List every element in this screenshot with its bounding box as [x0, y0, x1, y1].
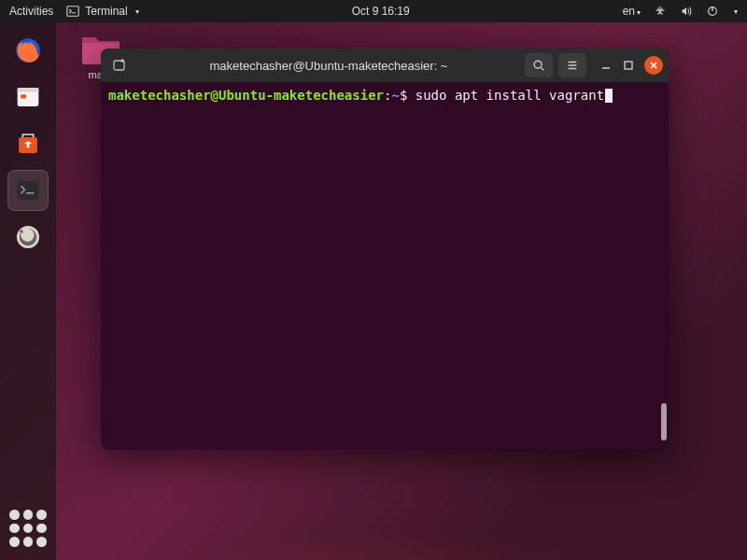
- app-menu[interactable]: Terminal ▾: [66, 5, 138, 18]
- hamburger-menu-button[interactable]: [558, 53, 586, 77]
- window-controls: [599, 56, 663, 75]
- cursor: [605, 89, 613, 103]
- svg-point-11: [534, 61, 542, 68]
- terminal-titlebar[interactable]: maketechasher@Ubuntu-maketecheasier: ~: [101, 49, 669, 82]
- prompt-user: maketechasher@Ubuntu-maketecheasier: [108, 88, 384, 103]
- svg-rect-8: [18, 181, 39, 200]
- new-tab-icon: [112, 58, 127, 73]
- window-title: maketechasher@Ubuntu-maketecheasier: ~: [138, 59, 519, 73]
- dock-item-firefox[interactable]: [7, 30, 49, 71]
- hamburger-icon: [566, 59, 579, 72]
- terminal-icon: [12, 175, 44, 206]
- dock-item-terminal[interactable]: [7, 170, 49, 211]
- terminal-body[interactable]: maketechasher@Ubuntu-maketecheasier:~$ s…: [101, 82, 669, 450]
- close-button[interactable]: [644, 56, 663, 75]
- new-tab-button[interactable]: [106, 52, 133, 78]
- dock-item-updater[interactable]: [7, 217, 49, 258]
- minimize-button[interactable]: [599, 59, 613, 72]
- close-icon: [649, 61, 658, 70]
- input-language[interactable]: en▾: [623, 5, 641, 18]
- maximize-icon: [623, 60, 634, 71]
- clock[interactable]: Oct 9 16:19: [139, 5, 623, 18]
- software-icon: [12, 128, 44, 160]
- terminal-line: maketechasher@Ubuntu-maketecheasier:~$ s…: [108, 88, 661, 103]
- svg-rect-0: [67, 7, 78, 17]
- power-icon[interactable]: [706, 5, 719, 18]
- topbar-right: en▾ ▾: [623, 5, 738, 18]
- minimize-icon: [600, 60, 612, 71]
- search-button[interactable]: [525, 53, 553, 77]
- app-menu-label: Terminal: [85, 5, 127, 18]
- top-bar: Activities Terminal ▾ Oct 9 16:19 en▾ ▾: [0, 0, 747, 22]
- files-icon: [12, 81, 44, 113]
- network-icon[interactable]: [654, 5, 667, 18]
- dock: [0, 22, 56, 560]
- updater-icon: [12, 221, 44, 253]
- chevron-down-icon: ▾: [734, 7, 738, 16]
- firefox-icon: [12, 35, 44, 66]
- svg-rect-14: [625, 62, 632, 69]
- dock-item-files[interactable]: [7, 77, 49, 118]
- show-apps-button[interactable]: [9, 510, 47, 547]
- topbar-left: Activities Terminal ▾: [9, 5, 139, 18]
- terminal-window: maketechasher@Ubuntu-maketecheasier: ~ m…: [101, 49, 669, 450]
- prompt-symbol: $: [400, 88, 407, 103]
- scrollbar-thumb[interactable]: [661, 403, 667, 441]
- command-text: sudo apt install vagrant: [416, 88, 604, 103]
- svg-line-12: [542, 68, 544, 71]
- maximize-button[interactable]: [622, 59, 635, 72]
- prompt-path: ~: [391, 88, 399, 103]
- svg-rect-6: [21, 94, 26, 98]
- search-icon: [532, 59, 545, 72]
- svg-rect-5: [18, 88, 39, 91]
- volume-icon[interactable]: [680, 5, 693, 18]
- chevron-down-icon: ▾: [637, 8, 641, 17]
- activities-button[interactable]: Activities: [9, 5, 53, 18]
- terminal-icon: [66, 5, 79, 18]
- dock-item-software[interactable]: [7, 123, 49, 164]
